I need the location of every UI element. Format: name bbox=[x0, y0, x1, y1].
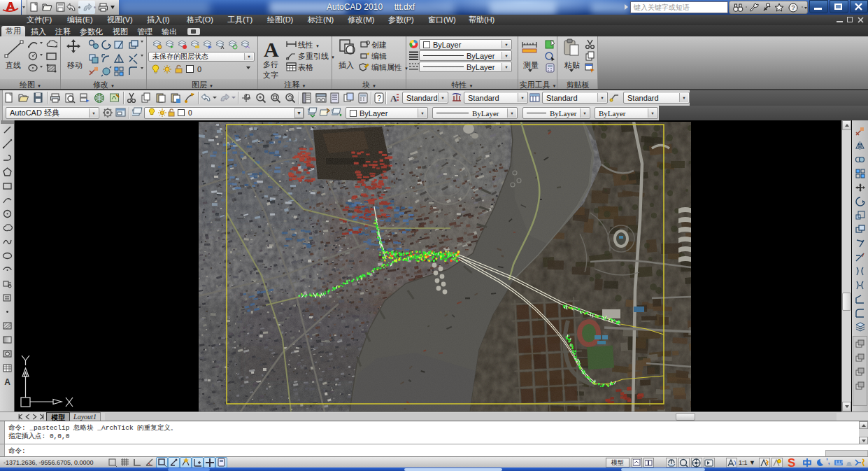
svg-text:A: A bbox=[4, 377, 10, 387]
svg-text:?: ? bbox=[791, 4, 795, 11]
svg-text:’,: ’, bbox=[826, 458, 830, 465]
svg-text:S: S bbox=[788, 457, 795, 468]
svg-text:A: A bbox=[390, 93, 397, 104]
svg-text:?: ? bbox=[377, 94, 381, 102]
